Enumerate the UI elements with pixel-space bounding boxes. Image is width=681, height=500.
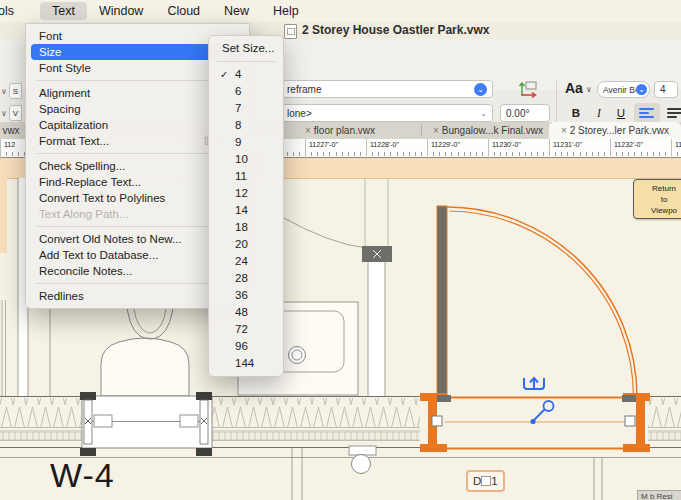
toolbar-divider xyxy=(556,81,557,123)
size-option-72[interactable]: 72 xyxy=(209,321,283,338)
size-option-20[interactable]: 20 xyxy=(209,236,283,253)
tab-2-storey-active[interactable]: × 2 Storey...ler Park.vwx xyxy=(549,122,681,139)
size-option-24[interactable]: 24 xyxy=(209,253,283,270)
ruler-label: 112 xyxy=(671,139,681,159)
return-to-viewport-button[interactable]: Return to Viewpo xyxy=(633,179,681,219)
size-option-4[interactable]: ✓ 4 xyxy=(209,66,283,83)
window-tag-label: W-4 xyxy=(50,456,115,495)
size-option-96[interactable]: 96 xyxy=(209,338,283,355)
menubar-item-tools-partial[interactable]: ols xyxy=(0,2,26,20)
menubar-item-new[interactable]: New xyxy=(212,2,261,20)
ruler-label: 112 xyxy=(0,139,15,159)
window-w4[interactable] xyxy=(80,392,212,456)
door-tag-suffix: 1 xyxy=(491,475,497,487)
font-family-dropdown[interactable]: Avenir Book ⌄ xyxy=(597,81,650,98)
chevron-down-icon: ∨ xyxy=(1,87,7,96)
size-option-10[interactable]: 10 xyxy=(209,151,283,168)
vectorworks-window: W-4 D 1 Return to Viewpo M b Resi ols Te… xyxy=(0,0,681,500)
font-sample-label[interactable]: Aa xyxy=(565,80,583,96)
partial-field-2: V xyxy=(9,105,22,121)
door-leaf[interactable] xyxy=(437,206,447,397)
size-option-144[interactable]: 144 xyxy=(209,355,283,372)
menu-separator xyxy=(217,61,275,62)
tab-label: Bungalow...k Final.vwx xyxy=(442,125,543,136)
size-option-14[interactable]: 14 xyxy=(209,202,283,219)
size-option-12[interactable]: 12 xyxy=(209,185,283,202)
chevron-down-icon: ∨ xyxy=(1,109,7,118)
font-size-value: 4 xyxy=(660,84,666,95)
toolbar-left-partial-1[interactable]: ∨ S xyxy=(1,83,22,99)
class-style-dropdown[interactable]: lone> ⌄ xyxy=(281,104,493,122)
size-option-11[interactable]: 11 xyxy=(209,168,283,185)
return-button-line2: to xyxy=(634,194,681,205)
font-size-field[interactable]: 4 xyxy=(654,81,678,98)
view-mode-value: reframe xyxy=(287,84,321,95)
tab-label: 2 Storey...ler Park.vwx xyxy=(570,125,669,136)
class-style-value: lone> xyxy=(287,108,312,119)
selection-handle-left[interactable] xyxy=(432,416,442,426)
door-tag-handle xyxy=(481,476,491,486)
check-icon: ✓ xyxy=(220,66,228,83)
align-justify-button[interactable] xyxy=(662,103,681,123)
font-family-value: Avenir Book xyxy=(603,85,636,95)
tab-floor-plan[interactable]: × floor plan.vwx xyxy=(284,122,396,139)
door-tag-label[interactable]: D 1 xyxy=(466,470,505,492)
menubar-item-text[interactable]: Text xyxy=(40,2,87,20)
menubar-item-cloud[interactable]: Cloud xyxy=(155,2,212,20)
door-tag-prefix: D xyxy=(473,475,481,487)
align-left-button[interactable] xyxy=(634,103,660,123)
menu-item-set-size[interactable]: Set Size... xyxy=(209,40,283,57)
partial-field-1: S xyxy=(9,83,22,99)
chevron-down-icon: ∨ xyxy=(586,85,592,94)
close-icon[interactable]: × xyxy=(561,125,567,136)
ruler-label: 11227'-0" xyxy=(305,139,338,159)
dropdown-badge-icon: ⌄ xyxy=(636,84,647,95)
axis-orientation-icon xyxy=(516,79,542,99)
menubar-item-window[interactable]: Window xyxy=(87,2,155,20)
ruler-label: 11231'-0" xyxy=(549,139,582,159)
toolbar-left-partial-2[interactable]: ∨ V xyxy=(1,105,22,121)
tab-label: vwx xyxy=(2,125,19,136)
tab-partial-left[interactable]: vwx xyxy=(0,122,22,139)
size-submenu-panel: Set Size... ✓ 4 6 7 8 9 10 11 12 14 18 2… xyxy=(208,35,284,377)
angle-value: 0.00° xyxy=(506,108,529,119)
size-option-9[interactable]: 9 xyxy=(209,134,283,151)
dropdown-badge-icon: ⌄ xyxy=(474,83,487,96)
angle-field[interactable]: 0.00° xyxy=(500,104,550,122)
tab-label: floor plan.vwx xyxy=(314,125,375,136)
bold-button[interactable]: B xyxy=(567,103,585,123)
chevron-down-icon: ⌄ xyxy=(480,109,487,118)
menu-bar: ols Text Window Cloud New Help xyxy=(0,0,681,22)
ruler-label: 11228'-0" xyxy=(366,139,399,159)
view-mode-dropdown[interactable]: reframe ⌄ xyxy=(281,80,493,98)
tab-bungalow[interactable]: × Bungalow...k Final.vwx xyxy=(426,122,550,139)
size-option-48[interactable]: 48 xyxy=(209,304,283,321)
size-option-6[interactable]: 6 xyxy=(209,83,283,100)
size-option-36[interactable]: 36 xyxy=(209,287,283,304)
return-button-line3: Viewpo xyxy=(634,205,681,216)
return-button-line1: Return xyxy=(634,183,681,194)
corner-partial-panel: M b Resi xyxy=(637,490,681,500)
ruler-label: 11229'-0" xyxy=(427,139,460,159)
selection-handle-right[interactable] xyxy=(625,416,635,426)
ruler-label: 11232'-0" xyxy=(610,139,643,159)
italic-button[interactable]: I xyxy=(592,103,606,123)
menubar-item-help[interactable]: Help xyxy=(261,2,311,20)
size-option-7[interactable]: 7 xyxy=(209,100,283,117)
size-option-28[interactable]: 28 xyxy=(209,270,283,287)
left-wall-strip xyxy=(0,158,7,253)
size-option-18[interactable]: 18 xyxy=(209,219,283,236)
size-option-8[interactable]: 8 xyxy=(209,117,283,134)
underline-button[interactable]: U xyxy=(613,103,629,123)
close-icon[interactable]: × xyxy=(433,125,439,136)
ruler-label: 11230'-0" xyxy=(488,139,521,159)
document-icon xyxy=(284,24,297,39)
window-title: 2 Storey House Oastler Park.vwx xyxy=(302,23,489,37)
close-icon[interactable]: × xyxy=(305,125,311,136)
